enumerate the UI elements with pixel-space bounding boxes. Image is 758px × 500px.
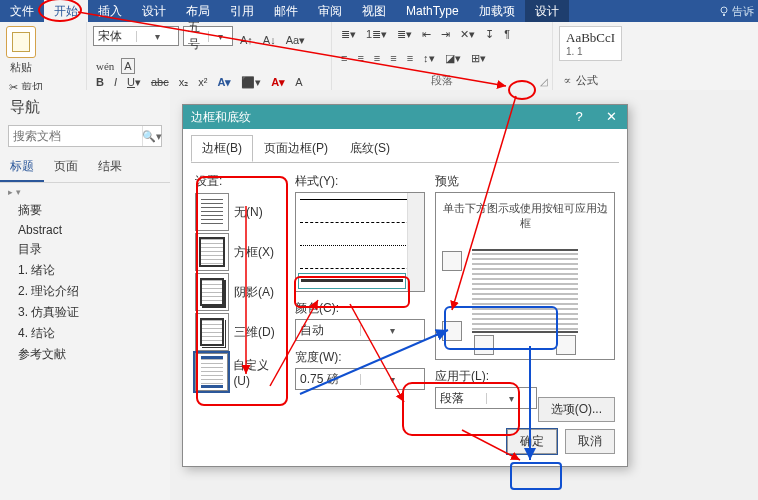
strike-button[interactable]: abc xyxy=(148,74,172,90)
right-border-toggle[interactable] xyxy=(556,335,576,355)
color-combo[interactable]: 自动▾ xyxy=(295,319,425,341)
dec-indent-button[interactable]: ⇤ xyxy=(419,26,434,42)
search-dropdown-button[interactable]: 🔍▾ xyxy=(142,126,161,146)
collapse-icon[interactable]: ▸ ▾ xyxy=(8,187,166,197)
superscript-button[interactable]: x² xyxy=(195,74,210,90)
setting-shadow[interactable]: 阴影(A) xyxy=(195,272,285,312)
ok-button[interactable]: 确定 xyxy=(507,429,557,454)
inc-indent-button[interactable]: ⇥ xyxy=(438,26,453,42)
multilevel-button[interactable]: ≣▾ xyxy=(394,26,415,42)
sort-button[interactable]: ↧ xyxy=(482,26,497,42)
menu-references[interactable]: 引用 xyxy=(220,0,264,23)
menu-view[interactable]: 视图 xyxy=(352,0,396,23)
tell-me[interactable]: 告诉 xyxy=(714,4,758,19)
preview-box[interactable]: 单击下方图示或使用按钮可应用边框 xyxy=(435,192,615,360)
text-effects-button[interactable]: A▾ xyxy=(214,74,234,90)
char-border-button[interactable]: A xyxy=(121,58,134,74)
style-listbox[interactable] xyxy=(295,192,425,292)
nav-tree: ▸ ▾ 摘要 Abstract 目录 1. 绪论 2. 理论介绍 3. 仿真验证… xyxy=(0,183,170,371)
options-button[interactable]: 选项(O)... xyxy=(538,397,615,422)
paragraph-launcher-icon[interactable]: ◿ xyxy=(540,76,548,87)
numbering-button[interactable]: 1≣▾ xyxy=(363,26,390,42)
scrollbar[interactable] xyxy=(407,193,424,291)
borders-button[interactable]: ⊞▾ xyxy=(468,50,489,66)
menu-file[interactable]: 文件 xyxy=(0,0,44,23)
tab-page-border[interactable]: 页面边框(P) xyxy=(253,135,339,162)
show-marks-button[interactable]: ¶ xyxy=(501,26,513,42)
distribute-button[interactable]: ≡ xyxy=(404,50,416,66)
paste-button[interactable]: 粘贴 xyxy=(6,26,36,75)
align-left-button[interactable]: ≡ xyxy=(338,50,350,66)
underline-button[interactable]: U▾ xyxy=(124,74,144,90)
apply-to-combo[interactable]: 段落▾ xyxy=(435,387,537,409)
left-border-toggle[interactable] xyxy=(474,335,494,355)
dialog-tabs: 边框(B) 页面边框(P) 底纹(S) xyxy=(183,129,627,162)
shading-button[interactable]: ◪▾ xyxy=(442,50,464,66)
menu-insert[interactable]: 插入 xyxy=(88,0,132,23)
menu-addins[interactable]: 加载项 xyxy=(469,0,525,23)
nav-node[interactable]: 1. 绪论 xyxy=(18,260,166,281)
settings-label: 设置: xyxy=(195,173,285,190)
chevron-down-icon: ▾ xyxy=(360,325,425,336)
setting-box[interactable]: 方框(X) xyxy=(195,232,285,272)
nav-node[interactable]: 参考文献 xyxy=(18,344,166,365)
menu-mailings[interactable]: 邮件 xyxy=(264,0,308,23)
italic-button[interactable]: I xyxy=(111,74,120,90)
menu-mathtype[interactable]: MathType xyxy=(396,1,469,21)
setting-3d[interactable]: 三维(D) xyxy=(195,312,285,352)
dialog-titlebar[interactable]: 边框和底纹 ? ✕ xyxy=(183,105,627,129)
bottom-border-toggle[interactable] xyxy=(442,321,462,341)
navigation-pane: 导航 🔍▾ 标题 页面 结果 ▸ ▾ 摘要 Abstract 目录 1. 绪论 … xyxy=(0,90,171,500)
cancel-button[interactable]: 取消 xyxy=(565,429,615,454)
style-gallery-item[interactable]: AaBbCcI 1. 1 xyxy=(559,26,622,61)
align-center-button[interactable]: ≡ xyxy=(354,50,366,66)
nav-node[interactable]: 4. 结论 xyxy=(18,323,166,344)
nav-tab-results[interactable]: 结果 xyxy=(88,153,132,182)
close-button[interactable]: ✕ xyxy=(595,105,627,129)
bullets-button[interactable]: ≣▾ xyxy=(338,26,359,42)
menu-review[interactable]: 审阅 xyxy=(308,0,352,23)
width-combo[interactable]: 0.75 磅▾ xyxy=(295,368,425,390)
chevron-down-icon: ▾ xyxy=(360,374,425,385)
grow-font-button[interactable]: A↑ xyxy=(237,32,256,48)
font-size-combo[interactable]: 五号▾ xyxy=(183,26,233,46)
font-color-button[interactable]: A▾ xyxy=(268,74,288,90)
tab-shading[interactable]: 底纹(S) xyxy=(339,135,401,162)
line-spacing-button[interactable]: ↕▾ xyxy=(420,50,438,66)
setting-custom[interactable]: 自定义(U) xyxy=(195,352,285,392)
search-input[interactable] xyxy=(9,126,142,146)
tab-borders[interactable]: 边框(B) xyxy=(191,135,253,162)
nav-search[interactable]: 🔍▾ xyxy=(8,125,162,147)
top-border-toggle[interactable] xyxy=(442,251,462,271)
setting-none[interactable]: 无(N) xyxy=(195,192,285,232)
justify-button[interactable]: ≡ xyxy=(387,50,399,66)
nav-node[interactable]: 2. 理论介绍 xyxy=(18,281,166,302)
menu-home[interactable]: 开始 xyxy=(44,0,88,23)
phonetic-guide-button[interactable]: wén xyxy=(93,58,117,74)
bold-button[interactable]: B xyxy=(93,74,107,90)
shrink-font-button[interactable]: A↓ xyxy=(260,32,279,48)
menu-design-contextual[interactable]: 设计 xyxy=(525,0,569,23)
help-button[interactable]: ? xyxy=(563,105,595,129)
dialog-title: 边框和底纹 xyxy=(183,109,563,126)
font-name-combo[interactable]: 宋体▾ xyxy=(93,26,179,46)
nav-node[interactable]: 目录 xyxy=(18,239,166,260)
nav-tab-headings[interactable]: 标题 xyxy=(0,153,44,182)
highlight-button[interactable]: ⬛▾ xyxy=(238,74,264,90)
change-case-button[interactable]: Aa▾ xyxy=(283,32,308,48)
nav-node[interactable]: Abstract xyxy=(18,221,166,239)
color-label: 颜色(C): xyxy=(295,300,425,317)
subscript-button[interactable]: x₂ xyxy=(176,74,192,90)
nav-node[interactable]: 3. 仿真验证 xyxy=(18,302,166,323)
menubar: 文件 开始 插入 设计 布局 引用 邮件 审阅 视图 MathType 加载项 … xyxy=(0,0,758,22)
align-right-button[interactable]: ≡ xyxy=(371,50,383,66)
settings-column: 设置: 无(N) 方框(X) 阴影(A) 三维(D) 自定义(U) xyxy=(195,173,285,417)
nav-tab-pages[interactable]: 页面 xyxy=(44,153,88,182)
search-icon: 🔍 xyxy=(142,130,156,143)
asian-layout-button[interactable]: ✕▾ xyxy=(457,26,478,42)
width-label: 宽度(W): xyxy=(295,349,425,366)
char-shading-button[interactable]: A xyxy=(292,74,305,90)
nav-node[interactable]: 摘要 xyxy=(18,200,166,221)
menu-design[interactable]: 设计 xyxy=(132,0,176,23)
formula-button[interactable]: ∝ 公式 xyxy=(559,72,601,88)
